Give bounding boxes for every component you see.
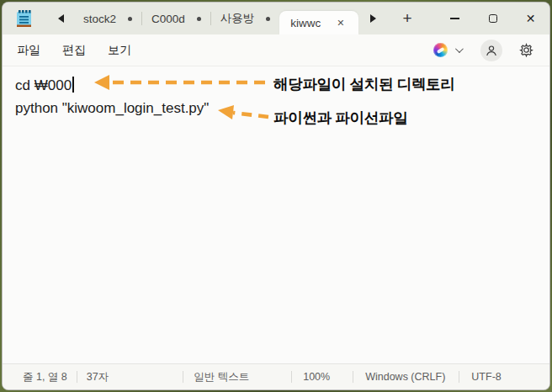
notepad-window: stock2 C000d 사용방 kiwwc ✕ + ✕ [2,2,550,390]
tab-label: kiwwc [290,17,321,29]
zoom-level[interactable]: 100% [303,371,330,383]
annotation-python-file: 파이썬과 파이선파일 [273,107,407,130]
unsaved-dot-icon [197,17,201,21]
tab-scroll-right-icon[interactable] [370,14,376,23]
encoding[interactable]: UTF-8 [471,371,501,383]
cursor-position: 줄 1, 열 8 [23,370,67,384]
tab-c000d[interactable]: C000d [142,3,210,34]
menubar: 파일 편집 보기 [3,34,549,66]
tab-stock2[interactable]: stock2 [74,3,141,34]
tab-label: C000d [151,13,185,25]
annotation-directory: 해당파일이 설치된 디렉토리 [273,73,455,96]
gear-icon [519,43,533,57]
statusbar-divider [77,371,77,383]
chevron-down-icon [455,45,464,53]
statusbar-divider [183,371,183,383]
statusbar: 줄 1, 열 8 37자 일반 텍스트 100% Windows (CRLF) … [3,363,549,389]
tab-sayongbang[interactable]: 사용방 [211,3,280,34]
line-ending[interactable]: Windows (CRLF) [365,371,445,383]
tab-kiwwc-active[interactable]: kiwwc ✕ [279,11,358,34]
text-caret [72,77,74,93]
notepad-app-icon [16,9,33,28]
settings-button[interactable] [517,40,536,60]
minimize-button[interactable] [436,3,474,34]
copilot-button[interactable] [433,43,461,57]
tab-scroll-left-icon[interactable] [58,14,64,23]
unsaved-dot-icon [266,17,270,21]
new-tab-button[interactable]: + [398,9,417,28]
menu-view[interactable]: 보기 [97,39,142,62]
doc-type: 일반 텍스트 [194,370,249,384]
statusbar-divider [459,371,459,383]
char-count: 37자 [87,370,109,384]
statusbar-divider [291,371,292,383]
text-editor-area[interactable]: cd ₩000 python "kiwoom_login_test.py" 해당… [3,66,549,363]
tab-label: 사용방 [220,11,255,26]
close-icon: ✕ [526,13,536,24]
close-button[interactable]: ✕ [512,3,549,34]
minimize-icon [450,18,459,19]
titlebar: stock2 C000d 사용방 kiwwc ✕ + ✕ [3,3,549,34]
tab-label: stock2 [83,13,116,25]
person-icon [486,45,497,56]
menu-file[interactable]: 파일 [6,39,51,62]
account-button[interactable] [480,40,502,61]
copilot-icon [433,43,448,57]
tab-close-icon[interactable]: ✕ [334,17,347,29]
menu-edit[interactable]: 편집 [51,39,97,62]
maximize-button[interactable] [474,3,512,34]
unsaved-dot-icon [128,17,132,21]
maximize-icon [489,14,497,23]
statusbar-divider [353,371,353,383]
